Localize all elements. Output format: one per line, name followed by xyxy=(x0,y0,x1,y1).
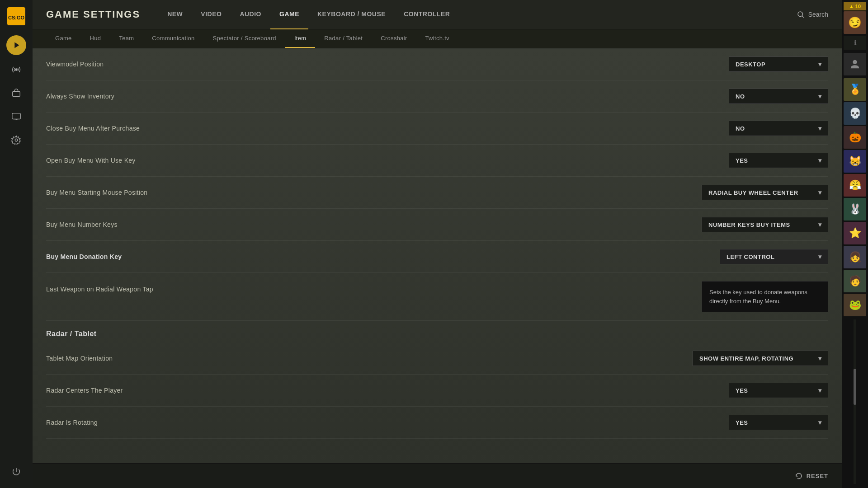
setting-row-radar-centers: Radar Centers The Player YES ▾ xyxy=(46,375,828,407)
play-button[interactable] xyxy=(6,35,26,55)
svg-point-11 xyxy=(853,60,857,64)
nav-tab-video[interactable]: Video xyxy=(192,0,231,29)
main-area: GAME SETTINGS New Video Audio Game Keybo… xyxy=(33,0,842,488)
number-keys-label: Buy Menu Number Keys xyxy=(46,221,118,228)
tooltip-text: Sets the key used to donate weapons dire… xyxy=(709,289,807,305)
info-symbol: ℹ xyxy=(854,39,856,47)
nav-tabs: New Video Audio Game Keyboard / Mouse Co… xyxy=(158,0,788,29)
buy-position-chevron: ▾ xyxy=(818,189,822,196)
radar-rotating-value[interactable]: YES ▾ xyxy=(729,415,828,430)
sidebar-bottom xyxy=(7,460,25,483)
tablet-orientation-chevron: ▾ xyxy=(818,355,822,362)
sub-tab-communication[interactable]: Communication xyxy=(143,29,203,48)
avatar-3[interactable]: 🎃 xyxy=(844,126,866,149)
tooltip-box: Sets the key used to donate weapons dire… xyxy=(702,281,828,312)
nav-tab-new[interactable]: New xyxy=(158,0,192,29)
reset-label: RESET xyxy=(807,473,828,479)
user-icon xyxy=(849,58,861,70)
setting-row-close-buy: Close Buy Menu After Purchase NO ▾ xyxy=(46,113,828,145)
avatar-2[interactable]: 💀 xyxy=(844,102,866,125)
nav-tab-game[interactable]: Game xyxy=(270,0,308,29)
tablet-orientation-value[interactable]: SHOW ENTIRE MAP, ROTATING ▾ xyxy=(693,351,828,366)
viewmodel-value-text: DESKTOP xyxy=(736,61,765,68)
header: GAME SETTINGS New Video Audio Game Keybo… xyxy=(33,0,842,29)
avatar-9[interactable]: 🧑 xyxy=(844,270,866,292)
search-area[interactable]: Search xyxy=(797,10,828,19)
search-icon xyxy=(797,10,805,19)
broadcast-icon[interactable] xyxy=(7,61,25,79)
donation-key-value[interactable]: LEFT CONTROL ▾ xyxy=(720,249,828,264)
sub-tab-spectator[interactable]: Spectator / Scoreboard xyxy=(204,29,285,48)
level-badge: ▲ 10 xyxy=(844,2,866,10)
avatar-1[interactable]: 🏅 xyxy=(844,78,866,101)
svg-point-9 xyxy=(798,12,803,17)
csgo-logo[interactable]: CS:GO xyxy=(7,7,25,25)
sub-tab-hud[interactable]: Hud xyxy=(81,29,110,48)
info-icon[interactable]: ℹ xyxy=(844,36,866,50)
svg-marker-2 xyxy=(14,42,19,48)
svg-rect-5 xyxy=(12,113,20,119)
sub-tab-radar[interactable]: Radar / Tablet xyxy=(315,29,372,48)
radar-rotating-chevron: ▾ xyxy=(818,419,822,426)
setting-row-number-keys: Buy Menu Number Keys NUMBER KEYS BUY ITE… xyxy=(46,209,828,241)
search-label: Search xyxy=(808,11,828,18)
sidebar-scrollbar[interactable] xyxy=(854,319,856,484)
nav-tab-controller[interactable]: Controller xyxy=(395,0,459,29)
viewmodel-chevron: ▾ xyxy=(818,61,822,68)
number-keys-chevron: ▾ xyxy=(818,221,822,228)
avatar-10[interactable]: 🐸 xyxy=(844,294,866,316)
close-buy-chevron: ▾ xyxy=(818,125,822,132)
radar-centers-value-text: YES xyxy=(736,387,748,394)
avatar-user[interactable] xyxy=(844,53,866,75)
inventory-value[interactable]: NO ▾ xyxy=(729,89,828,104)
radar-centers-value[interactable]: YES ▾ xyxy=(729,383,828,398)
nav-tab-keyboard-mouse[interactable]: Keyboard / Mouse xyxy=(308,0,395,29)
briefcase-icon[interactable] xyxy=(7,84,25,102)
scrollbar-thumb[interactable] xyxy=(854,369,856,405)
tablet-orientation-value-text: SHOW ENTIRE MAP, ROTATING xyxy=(699,355,793,362)
number-keys-value[interactable]: NUMBER KEYS BUY ITEMS ▾ xyxy=(702,217,828,232)
viewmodel-value[interactable]: DESKTOP ▾ xyxy=(729,56,828,72)
sub-tab-crosshair[interactable]: Crosshair xyxy=(372,29,416,48)
page-title: GAME SETTINGS xyxy=(46,9,140,20)
nav-tab-audio[interactable]: Audio xyxy=(231,0,270,29)
donation-key-label: Buy Menu Donation Key xyxy=(46,253,122,260)
open-buy-value[interactable]: YES ▾ xyxy=(729,153,828,168)
close-buy-value-text: NO xyxy=(736,125,745,132)
avatar-6[interactable]: 🐰 xyxy=(844,198,866,221)
setting-row-tablet-orientation: Tablet Map Orientation SHOW ENTIRE MAP, … xyxy=(46,343,828,375)
settings-icon[interactable] xyxy=(7,131,25,149)
buy-position-value-text: RADIAL BUY WHEEL CENTER xyxy=(708,189,798,196)
tv-icon[interactable] xyxy=(7,108,25,126)
setting-row-buy-position: Buy Menu Starting Mouse Position RADIAL … xyxy=(46,177,828,209)
tablet-orientation-label: Tablet Map Orientation xyxy=(46,355,113,362)
avatar-7[interactable]: ⭐ xyxy=(844,222,866,244)
svg-rect-4 xyxy=(13,91,20,96)
radar-centers-chevron: ▾ xyxy=(818,387,822,394)
right-sidebar: ▲ 10 😏 ℹ 🏅 💀 🎃 😸 😤 🐰 ⭐ 👧 🧑 🐸 xyxy=(842,0,868,488)
inventory-chevron: ▾ xyxy=(818,93,822,100)
sub-tab-team[interactable]: Team xyxy=(110,29,143,48)
viewmodel-label: Viewmodel Position xyxy=(46,61,104,68)
avatar-4[interactable]: 😸 xyxy=(844,150,866,173)
reset-button[interactable]: RESET xyxy=(795,472,828,480)
radar-rotating-value-text: YES xyxy=(736,419,748,426)
svg-line-10 xyxy=(802,16,804,18)
number-keys-value-text: NUMBER KEYS BUY ITEMS xyxy=(708,221,790,228)
power-icon[interactable] xyxy=(7,463,25,481)
avatar-5[interactable]: 😤 xyxy=(844,174,866,197)
radar-centers-label: Radar Centers The Player xyxy=(46,387,123,394)
sub-tab-item[interactable]: Item xyxy=(285,29,315,48)
svg-text:CS:GO: CS:GO xyxy=(8,15,25,20)
sub-tab-game[interactable]: Game xyxy=(46,29,81,48)
avatar-0[interactable]: 😏 xyxy=(844,11,866,34)
inventory-label: Always Show Inventory xyxy=(46,93,114,100)
avatar-8[interactable]: 👧 xyxy=(844,246,866,268)
sub-tab-twitchtv[interactable]: Twitch.tv xyxy=(416,29,458,48)
buy-position-label: Buy Menu Starting Mouse Position xyxy=(46,189,147,196)
radar-section-header: Radar / Tablet xyxy=(46,321,828,343)
close-buy-value[interactable]: NO ▾ xyxy=(729,121,828,136)
radar-rotating-label: Radar Is Rotating xyxy=(46,419,98,426)
setting-row-inventory: Always Show Inventory NO ▾ xyxy=(46,80,828,113)
buy-position-value[interactable]: RADIAL BUY WHEEL CENTER ▾ xyxy=(702,185,828,200)
